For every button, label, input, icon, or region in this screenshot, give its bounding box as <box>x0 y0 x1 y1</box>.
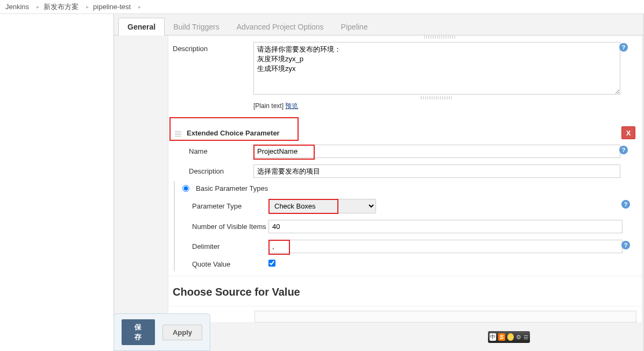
help-icon[interactable]: ? <box>619 43 628 52</box>
main-panel: General Build Triggers Advanced Project … <box>114 14 644 351</box>
description-label: Description <box>173 164 253 175</box>
breadcrumb-item[interactable]: 新发布方案 <box>44 2 79 12</box>
choose-source-heading: Choose Source for Value <box>168 276 642 306</box>
help-icon[interactable]: ? <box>621 200 630 209</box>
config-tabs: General Build Triggers Advanced Project … <box>114 14 643 35</box>
param-description-input[interactable] <box>253 164 620 178</box>
highlight-box <box>169 117 299 141</box>
quote-value-label: Quote Value <box>182 260 268 268</box>
footer-actions: 保存 Apply <box>114 313 210 351</box>
breadcrumb: Jenkins ▸ 新发布方案 ▸ pipeline-test ▸ <box>0 0 644 14</box>
ime-toolbar[interactable]: 中 S ⚙ ☰ <box>488 331 530 343</box>
sidebar <box>0 14 114 351</box>
help-icon[interactable]: ? <box>619 146 628 154</box>
delete-button[interactable]: X <box>621 126 635 139</box>
breadcrumb-item[interactable]: pipeline-test <box>93 3 131 11</box>
gear-icon[interactable]: ⚙ <box>516 334 521 341</box>
help-icon[interactable]: ? <box>621 241 630 249</box>
chevron-right-icon: ▸ <box>138 4 141 10</box>
ime-emoji-icon[interactable] <box>507 333 514 341</box>
delimiter-label: Delimiter <box>182 242 268 250</box>
quote-value-checkbox[interactable] <box>268 260 275 267</box>
apply-button[interactable]: Apply <box>162 325 202 340</box>
description-label: Description <box>173 42 253 53</box>
drag-handle-icon[interactable] <box>421 96 453 99</box>
tab-general[interactable]: General <box>118 18 165 35</box>
preview-link[interactable]: 预览 <box>285 102 298 110</box>
basic-parameter-types-label: Basic Parameter Types <box>196 184 268 192</box>
ime-lang-icon[interactable]: 中 <box>490 333 496 341</box>
basic-parameter-types-radio[interactable] <box>182 185 189 192</box>
plain-text-label: [Plain text] <box>253 102 284 110</box>
name-input[interactable] <box>253 145 620 158</box>
chevron-right-icon: ▸ <box>37 4 39 10</box>
description-textarea[interactable]: 请选择你需要发布的环境： 灰度环境zyx_p 生成环境zyx <box>253 42 620 95</box>
visible-items-input[interactable] <box>268 220 622 233</box>
parameter-type-label: Parameter Type <box>182 202 268 210</box>
delimiter-input[interactable] <box>268 240 622 253</box>
parameter-type-select[interactable]: Check Boxes <box>268 199 376 213</box>
grip-icon[interactable] <box>175 130 181 137</box>
tab-pipeline[interactable]: Pipeline <box>332 18 377 35</box>
tab-advanced-project-options[interactable]: Advanced Project Options <box>228 18 332 35</box>
menu-icon[interactable]: ☰ <box>523 334 528 340</box>
visible-items-label: Number of Visible Items <box>182 223 268 231</box>
chevron-right-icon: ▸ <box>86 4 89 10</box>
source-value-field[interactable] <box>254 311 636 323</box>
tab-build-triggers[interactable]: Build Triggers <box>165 18 228 35</box>
save-button[interactable]: 保存 <box>122 319 155 345</box>
breadcrumb-item[interactable]: Jenkins <box>5 3 29 11</box>
ime-sogou-icon[interactable]: S <box>498 333 505 341</box>
name-label: Name <box>173 145 253 155</box>
